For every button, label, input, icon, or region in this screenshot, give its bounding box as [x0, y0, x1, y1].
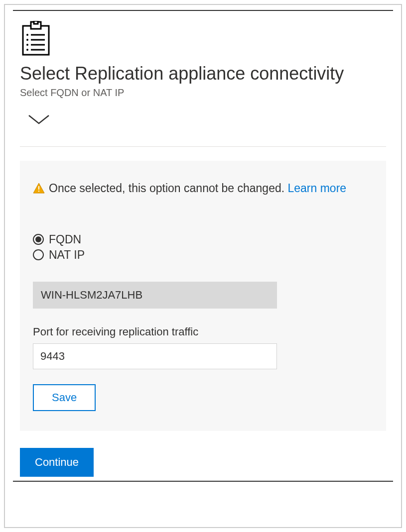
warning-message: Once selected, this option cannot be cha… [33, 180, 373, 199]
settings-panel: Once selected, this option cannot be cha… [20, 161, 386, 431]
save-button[interactable]: Save [33, 384, 96, 411]
port-input[interactable] [33, 343, 277, 369]
warning-text-content: Once selected, this option cannot be cha… [49, 182, 288, 195]
bottom-divider [13, 481, 393, 482]
clipboard-icon [20, 21, 52, 57]
hostname-field: WIN-HLSM2JA7LHB [33, 282, 277, 309]
radio-unselected-icon [33, 249, 44, 260]
svg-rect-13 [38, 191, 39, 192]
radio-natip[interactable]: NAT IP [33, 248, 373, 262]
radio-natip-label: NAT IP [49, 248, 85, 262]
svg-point-7 [26, 44, 28, 46]
page-subtitle: Select FQDN or NAT IP [20, 87, 386, 99]
collapse-toggle[interactable] [27, 112, 386, 128]
warning-text: Once selected, this option cannot be cha… [49, 180, 346, 197]
connectivity-radio-group: FQDN NAT IP [33, 233, 373, 262]
continue-button[interactable]: Continue [20, 448, 94, 477]
dialog-frame: Select Replication appliance connectivit… [4, 4, 402, 528]
svg-point-9 [26, 49, 28, 51]
page-title: Select Replication appliance connectivit… [20, 63, 386, 84]
svg-rect-12 [38, 186, 39, 190]
section-divider [20, 146, 386, 147]
warning-icon [33, 182, 45, 199]
svg-rect-2 [34, 21, 38, 24]
radio-fqdn[interactable]: FQDN [33, 233, 373, 246]
learn-more-link[interactable]: Learn more [288, 182, 347, 195]
radio-selected-icon [33, 234, 44, 245]
port-label: Port for receiving replication traffic [33, 325, 373, 338]
svg-point-3 [26, 34, 28, 36]
radio-fqdn-label: FQDN [49, 233, 81, 246]
content-area: Select Replication appliance connectivit… [5, 11, 401, 481]
chevron-down-icon [27, 112, 51, 126]
svg-point-5 [26, 39, 28, 41]
